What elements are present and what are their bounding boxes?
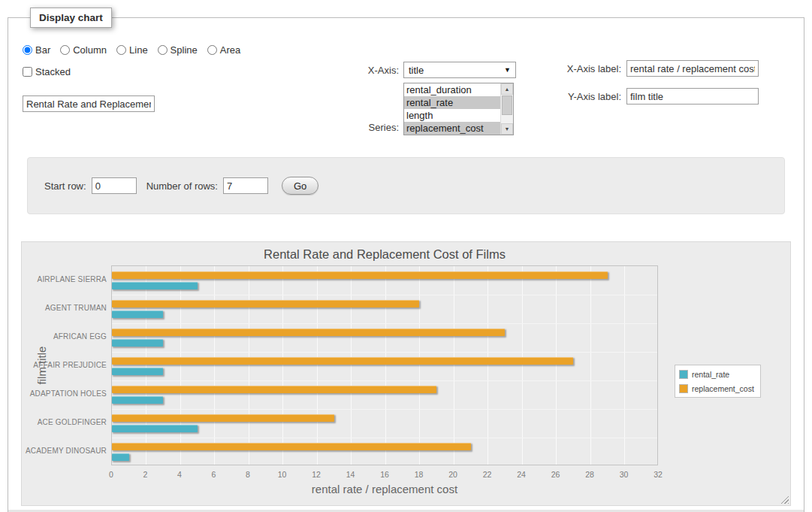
x-tick-label: 14	[340, 470, 362, 479]
legend-swatch	[679, 370, 688, 379]
chart-type-radio-bar[interactable]	[23, 45, 32, 55]
chart-type-radio-column[interactable]	[60, 45, 70, 55]
chart-type-radio-spline[interactable]	[158, 45, 168, 55]
x-tick-label: 6	[203, 470, 225, 479]
x-tick-label: 32	[647, 470, 669, 479]
x-tick-label: 0	[100, 470, 122, 479]
chart-controls: Bar Column Line Spline Area Stacke	[21, 44, 791, 157]
gridline	[385, 266, 386, 465]
bar-rental_rate	[112, 339, 163, 347]
legend-label: replacement_cost	[692, 384, 754, 393]
bar-rental_rate	[112, 396, 163, 404]
gridline	[317, 266, 318, 465]
chart-type-radio-area[interactable]	[207, 45, 217, 55]
gridline	[522, 266, 523, 465]
chart-type-option-line[interactable]: Line	[116, 44, 148, 56]
bar-rental_rate	[112, 311, 163, 318]
series-option-rental_rate[interactable]: rental_rate	[404, 96, 500, 109]
row-range-panel: Start row: Number of rows: Go	[27, 157, 785, 214]
bar-rental_rate	[112, 425, 198, 432]
chart-type-option-area[interactable]: Area	[207, 44, 240, 56]
category-label: ACE GOLDFINGER	[22, 408, 107, 437]
band-separator	[112, 295, 657, 295]
gridline	[624, 266, 625, 465]
gridline	[249, 266, 249, 465]
gridline	[214, 266, 215, 465]
bar-replacement_cost	[112, 443, 471, 450]
series-select-label: Series:	[364, 122, 399, 135]
chart-title-input[interactable]	[23, 95, 155, 112]
chart-type-option-spline[interactable]: Spline	[158, 44, 198, 56]
x-tick-label: 30	[613, 470, 635, 479]
category-label: ADAPTATION HOLES	[22, 380, 107, 408]
stacked-checkbox[interactable]	[23, 67, 32, 77]
gridline	[282, 266, 283, 465]
bar-replacement_cost	[112, 357, 573, 365]
category-label: AIRPLANE SIERRA	[22, 265, 107, 294]
series-listbox[interactable]: rental_durationrental_ratelengthreplacem…	[403, 83, 514, 135]
gridline	[590, 266, 591, 465]
x-tick-label: 10	[271, 470, 294, 479]
scrollbar-thumb[interactable]	[502, 95, 512, 115]
legend-item: replacement_cost	[679, 383, 754, 394]
scroll-down-icon[interactable]: ▼	[501, 123, 513, 135]
x-tick-label: 24	[510, 470, 533, 479]
bar-rental_rate	[112, 282, 198, 289]
gridline	[146, 266, 146, 465]
bar-rental_rate	[112, 453, 129, 461]
chart-plot-area	[111, 265, 658, 465]
band-separator	[112, 380, 657, 381]
page-title: Display chart	[30, 8, 112, 28]
number-of-rows-label: Number of rows:	[146, 180, 218, 192]
chart-type-label-bar: Bar	[35, 44, 50, 56]
series-option-rental_duration[interactable]: rental_duration	[404, 83, 500, 96]
legend-item: rental_rate	[679, 368, 754, 380]
x-tick-label: 12	[305, 470, 328, 479]
scrollbar-track[interactable]	[501, 95, 513, 123]
x-tick-label: 16	[373, 470, 396, 479]
series-option-length[interactable]: length	[404, 109, 500, 122]
gridline	[454, 266, 454, 465]
number-of-rows-input[interactable]	[223, 177, 268, 194]
chart-type-label-area: Area	[220, 44, 240, 56]
category-label: ACADEMY DINOSAUR	[22, 437, 107, 465]
dropdown-arrow-icon: ▼	[504, 66, 511, 74]
chart-type-option-column[interactable]: Column	[60, 44, 107, 56]
bar-replacement_cost	[112, 386, 436, 393]
scroll-up-icon[interactable]: ▲	[501, 83, 513, 95]
chart-type-label-column: Column	[73, 44, 107, 56]
chart-type-label-spline: Spline	[171, 44, 198, 56]
category-label: AFFAIR PREJUDICE	[22, 351, 107, 380]
y-axis-label-label: Y-Axis label:	[546, 91, 621, 102]
x-tick-label: 2	[134, 470, 157, 479]
resize-handle-icon[interactable]	[779, 494, 789, 504]
start-row-label: Start row:	[44, 180, 86, 192]
y-axis-label-input[interactable]	[626, 88, 759, 105]
x-tick-label: 4	[168, 470, 191, 479]
chart-type-radio-group: Bar Column Line Spline Area	[23, 44, 791, 56]
x-axis-label-input[interactable]	[626, 60, 759, 77]
stacked-option[interactable]: Stacked	[23, 66, 71, 77]
chart-panel: Rental Rate and Replacement Cost of Film…	[21, 241, 791, 506]
category-label: AGENT TRUMAN	[22, 294, 107, 323]
series-scrollbar[interactable]: ▲ ▼	[500, 83, 513, 135]
chart-type-option-bar[interactable]: Bar	[23, 44, 50, 56]
chart-legend: rental_ratereplacement_cost	[675, 365, 761, 398]
go-button[interactable]: Go	[282, 177, 318, 195]
chart-type-radio-line[interactable]	[116, 45, 126, 55]
bar-replacement_cost	[112, 329, 505, 336]
axis-label-controls: X-Axis label: Y-Axis label:	[546, 60, 759, 105]
x-axis-select-label: X-Axis:	[364, 65, 399, 76]
series-option-replacement_cost[interactable]: replacement_cost	[404, 122, 500, 135]
legend-label: rental_rate	[692, 370, 729, 379]
start-row-input[interactable]	[92, 177, 137, 194]
x-tick-label: 22	[476, 470, 499, 479]
legend-swatch	[679, 384, 688, 393]
band-separator	[112, 323, 657, 324]
band-separator	[112, 409, 657, 410]
bar-replacement_cost	[112, 271, 608, 279]
x-axis-select[interactable]: title ▼	[403, 62, 516, 78]
x-axis-label-label: X-Axis label:	[546, 63, 621, 74]
chart-x-axis-title: rental rate / replacement cost	[111, 483, 658, 495]
gridline	[556, 266, 557, 465]
